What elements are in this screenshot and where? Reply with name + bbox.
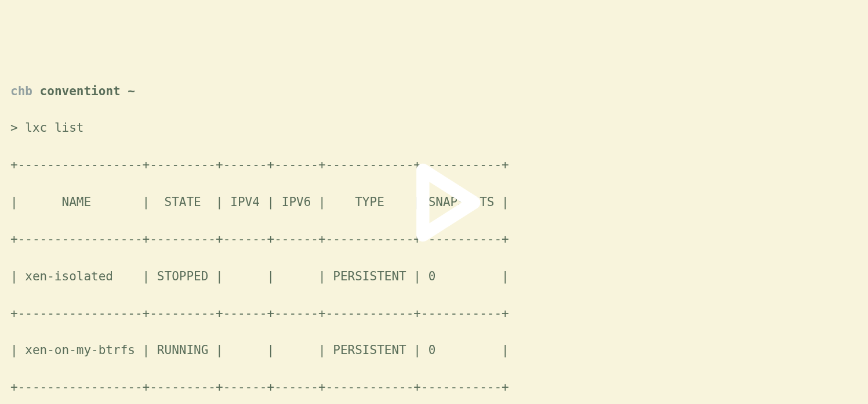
prompt-host: conventiont bbox=[40, 84, 121, 98]
table-border: +-----------------+---------+------+----… bbox=[10, 305, 858, 323]
prompt-user: chb bbox=[10, 84, 32, 98]
prompt-line: chb conventiont ~ bbox=[10, 82, 858, 101]
prompt-symbol: > bbox=[10, 121, 18, 135]
command-line: > lxc list bbox=[10, 119, 858, 138]
prompt-path: ~ bbox=[128, 84, 135, 98]
table-row: | xen-isolated | STOPPED | | | PERSISTEN… bbox=[10, 268, 858, 286]
command-text: lxc list bbox=[25, 121, 83, 135]
play-icon bbox=[395, 156, 488, 249]
table-row: | xen-on-my-btrfs | RUNNING | | | PERSIS… bbox=[10, 341, 858, 360]
table-border: +-----------------+---------+------+----… bbox=[10, 378, 858, 397]
play-button[interactable] bbox=[380, 138, 488, 255]
